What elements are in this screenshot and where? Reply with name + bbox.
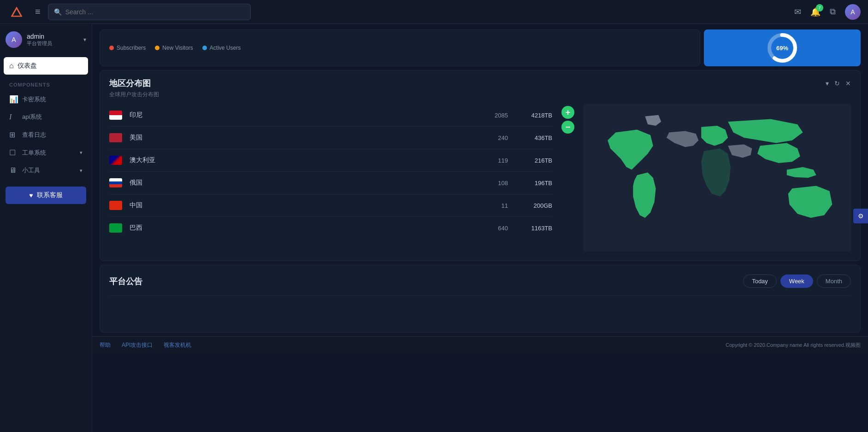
country-data-cn: 200GB — [515, 202, 552, 209]
settings-panel-button[interactable]: ⚙ — [853, 209, 868, 223]
log-icon: ⊞ — [9, 130, 18, 139]
map-card-title: 地区分布图 — [109, 78, 151, 89]
nav-label-tools: 小工具 — [22, 166, 40, 175]
country-data-br: 1163TB — [515, 225, 552, 232]
topbar: ≡ 🔍 ✉ 🔔 7 ⧉ A — [0, 0, 868, 24]
filter-week-button[interactable]: Week — [780, 274, 813, 288]
sidebar-item-tools[interactable]: 🖥 小工具 ▾ — [0, 162, 92, 179]
country-count-id: 2085 — [495, 112, 508, 119]
tools-icon: 🖥 — [9, 166, 18, 175]
country-count-ru: 108 — [498, 180, 508, 187]
country-count-br: 640 — [498, 225, 508, 232]
map-refresh-icon[interactable]: ↻ — [834, 80, 840, 87]
table-row: 巴西 640 1163TB — [109, 217, 552, 239]
new-visitors-label: New Visitors — [162, 45, 193, 51]
footer-link-help[interactable]: 帮助 — [100, 341, 111, 349]
active-users-label: Active Users — [210, 45, 241, 51]
table-row: 印尼 2085 4218TB — [109, 104, 552, 127]
logo-icon[interactable] — [7, 3, 26, 21]
sidebar: A admin 平台管理员 ▾ ⌂ 仪表盘 COMPONENTS 📊 卡密系统 … — [0, 24, 92, 432]
notification-icon[interactable]: 🔔 7 — [810, 7, 821, 17]
stat-card: 69% — [704, 29, 861, 66]
map-card-subtitle: 全球用户攻击分布图 — [100, 91, 860, 104]
user-avatar-topbar[interactable]: A — [845, 4, 861, 20]
ticket-icon: ☐ — [9, 148, 18, 157]
user-name: admin — [27, 33, 52, 40]
user-info[interactable]: A admin 平台管理员 ▾ — [0, 24, 92, 55]
country-name-au: 澳大利亚 — [130, 156, 166, 164]
flag-russia — [109, 178, 122, 187]
map-close-icon[interactable]: ✕ — [845, 80, 851, 87]
world-map-visual — [584, 104, 851, 251]
map-card: 地区分布图 ▾ ↻ ✕ 全球用户攻击分布图 印尼 2085 4218TB — [100, 70, 861, 261]
announcement-content — [109, 295, 851, 323]
hamburger-icon[interactable]: ≡ — [35, 6, 41, 17]
map-card-header: 地区分布图 ▾ ↻ ✕ — [100, 70, 860, 91]
footer-link-api[interactable]: API攻击接口 — [122, 341, 153, 349]
footer: 帮助 API攻击接口 视客发机机 Copyright © 2020.Compan… — [92, 336, 868, 354]
filter-month-button[interactable]: Month — [817, 274, 851, 288]
country-data-id: 4218TB — [515, 112, 552, 119]
user-role: 平台管理员 — [27, 40, 52, 47]
time-filter-group: Today Week Month — [743, 274, 851, 288]
new-visitors-dot — [155, 46, 159, 50]
layers-icon[interactable]: ⧉ — [830, 7, 836, 17]
footer-copyright: Copyright © 2020.Company name All rights… — [726, 342, 861, 349]
zoom-out-button[interactable]: − — [561, 121, 574, 134]
map-collapse-icon[interactable]: ▾ — [826, 80, 829, 87]
user-dropdown-icon: ▾ — [83, 36, 86, 43]
search-input[interactable] — [65, 8, 245, 16]
subscribers-dot — [109, 46, 114, 50]
footer-link-video[interactable]: 视客发机机 — [164, 341, 191, 349]
flag-australia — [109, 156, 122, 165]
legend-subscribers: Subscribers — [109, 45, 146, 51]
country-count-us: 240 — [498, 134, 508, 141]
zoom-in-button[interactable]: + — [561, 106, 574, 119]
chart-legend-bar: Subscribers New Visitors Active Users — [100, 29, 700, 66]
table-row: 中国 11 200GB — [109, 194, 552, 217]
heart-icon: ♥ — [29, 192, 33, 199]
table-row: 俄国 108 196TB — [109, 172, 552, 194]
top-partial-section: Subscribers New Visitors Active Users 69… — [100, 29, 861, 66]
map-content: 印尼 2085 4218TB 美国 240 436TB 澳大利亚 — [100, 104, 860, 261]
sidebar-item-dashboard[interactable]: ⌂ 仪表盘 — [4, 57, 88, 75]
flag-indonesia — [109, 111, 122, 120]
announcement-card: 平台公告 Today Week Month — [100, 265, 861, 333]
user-avatar-sidebar: A — [6, 31, 22, 48]
flag-brazil — [109, 223, 122, 233]
donut-chart: 69% — [766, 32, 798, 64]
zoom-controls: + − — [561, 104, 574, 251]
country-name-us: 美国 — [130, 134, 166, 142]
contact-support-button[interactable]: ♥ 联系客服 — [6, 187, 86, 204]
country-count-au: 119 — [498, 157, 508, 164]
bar-chart-icon: 📊 — [9, 95, 18, 104]
legend-new-visitors: New Visitors — [155, 45, 193, 51]
country-table: 印尼 2085 4218TB 美国 240 436TB 澳大利亚 — [109, 104, 552, 251]
country-name-cn: 中国 — [130, 201, 166, 210]
sidebar-item-api[interactable]: I api系统 — [0, 108, 92, 126]
sidebar-item-tickets[interactable]: ☐ 工单系统 ▾ — [0, 144, 92, 162]
contact-label: 联系客服 — [37, 191, 63, 199]
legend-active-users: Active Users — [202, 45, 241, 51]
api-icon: I — [9, 113, 18, 121]
filter-today-button[interactable]: Today — [743, 274, 777, 288]
nav-label-card-system: 卡密系统 — [22, 95, 46, 104]
active-users-dot — [202, 46, 207, 50]
tools-dropdown-icon: ▾ — [80, 168, 83, 174]
country-name-ru: 俄国 — [130, 179, 166, 187]
content-area: Subscribers New Visitors Active Users 69… — [92, 24, 868, 432]
table-row: 澳大利亚 119 216TB — [109, 149, 552, 172]
flag-usa — [109, 133, 122, 142]
sidebar-item-logs[interactable]: ⊞ 查看日志 — [0, 126, 92, 144]
search-bar[interactable]: 🔍 — [48, 4, 251, 20]
country-data-us: 436TB — [515, 134, 552, 141]
nav-label-tickets: 工单系统 — [22, 149, 46, 157]
table-row: 美国 240 436TB — [109, 127, 552, 149]
country-name-id: 印尼 — [130, 111, 166, 119]
map-card-actions: ▾ ↻ ✕ — [826, 80, 851, 87]
country-data-au: 216TB — [515, 157, 552, 164]
sidebar-item-card-system[interactable]: 📊 卡密系统 — [0, 90, 92, 108]
main-layout: A admin 平台管理员 ▾ ⌂ 仪表盘 COMPONENTS 📊 卡密系统 … — [0, 24, 868, 432]
mail-icon[interactable]: ✉ — [794, 7, 801, 17]
country-count-cn: 11 — [502, 202, 508, 209]
